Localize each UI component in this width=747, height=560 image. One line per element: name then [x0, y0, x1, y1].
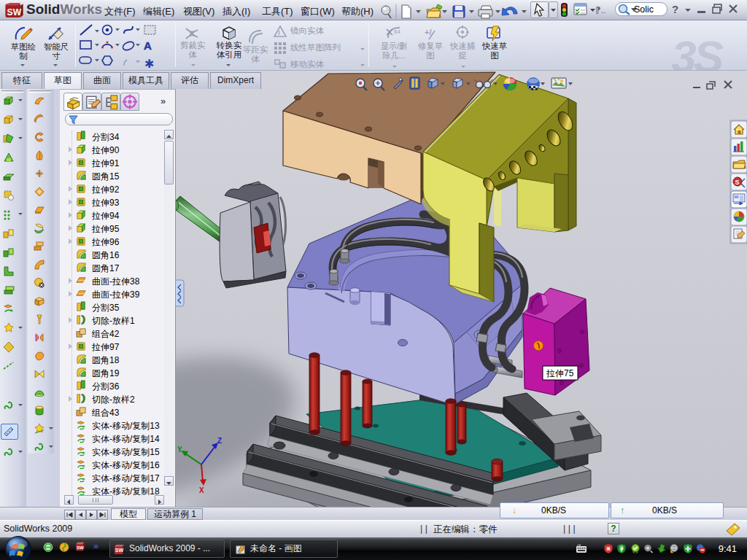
svg-text:CH: CH — [577, 544, 581, 547]
svg-text:Y: Y — [177, 446, 182, 454]
svg-text:A: A — [144, 39, 152, 52]
svg-text:拉伸75: 拉伸75 — [546, 368, 574, 378]
svg-text:+/: +/ — [425, 28, 431, 36]
svg-text:X: X — [199, 486, 204, 494]
svg-text:!: ! — [278, 29, 280, 36]
svg-text:SW: SW — [115, 548, 124, 553]
svg-text:✱: ✱ — [144, 58, 154, 69]
svg-text:SW: SW — [7, 7, 22, 18]
svg-text:!: ! — [672, 551, 673, 553]
svg-text:S: S — [735, 179, 740, 186]
svg-text:Z: Z — [217, 437, 222, 445]
svg-text:64: 64 — [394, 28, 400, 35]
svg-text:SW: SW — [77, 545, 84, 550]
